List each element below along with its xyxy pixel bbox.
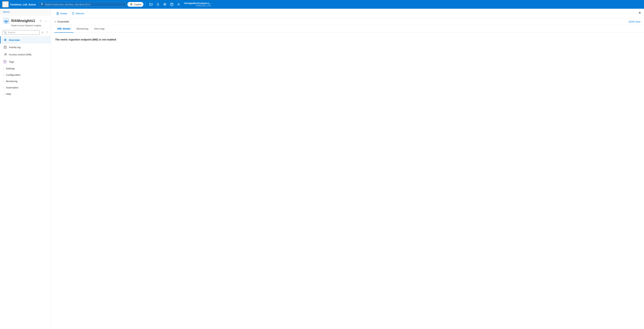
user-account[interactable]: chrisqpublic@contoso.c... CONTOSO, LTD.: [184, 2, 211, 7]
top-nav-icon-group: ?: [148, 2, 182, 7]
overview-label: Overview: [9, 39, 48, 42]
svg-point-13: [8, 21, 8, 22]
essentials-label: Essentials: [58, 20, 69, 23]
sidebar-item-monitoring[interactable]: › Monitoring: [0, 78, 51, 84]
copilot-label: Copilot: [134, 3, 141, 6]
sidebar-nav: Overview Activity log: [0, 36, 51, 97]
favorite-star-button[interactable]: ☆: [39, 19, 42, 23]
activity-log-icon: [4, 46, 7, 49]
hamburger-menu-button[interactable]: ☰: [2, 1, 9, 8]
user-org: CONTOSO, LTD.: [184, 4, 211, 7]
sidebar-search-box: 🔍: [2, 30, 40, 35]
copilot-icon: [130, 3, 133, 6]
svg-rect-28: [57, 12, 58, 12]
svg-rect-5: [150, 3, 152, 6]
person-icon: [177, 3, 180, 6]
close-button[interactable]: ✕: [638, 11, 641, 15]
svg-point-26: [4, 61, 5, 62]
json-view-link[interactable]: JSON View: [628, 20, 640, 23]
monitoring-label: Monitoring: [6, 80, 48, 82]
settings-button[interactable]: [162, 2, 168, 7]
gear-icon: [163, 3, 166, 6]
tags-icon: [4, 60, 7, 64]
copilot-button[interactable]: Copilot: [128, 2, 144, 7]
feedback-button[interactable]: [176, 2, 182, 7]
svg-point-4: [131, 3, 132, 4]
sidebar-item-access-control[interactable]: Access control (IAM): [0, 51, 51, 58]
content-tabs: MIE details Monitoring Geo map: [51, 25, 644, 33]
svg-point-8: [178, 3, 179, 4]
home-link[interactable]: Home: [3, 10, 9, 13]
help-label: Help: [6, 92, 48, 95]
configuration-label: Configuration: [6, 74, 48, 76]
overview-icon: [4, 38, 7, 42]
access-control-icon: [4, 53, 7, 56]
svg-point-12: [4, 21, 4, 22]
svg-point-7: [164, 4, 165, 5]
user-name: chrisqpublic@contoso.c...: [184, 2, 211, 4]
resource-subtitle: Radio Access Network Insights: [11, 24, 48, 27]
access-control-label: Access control (IAM): [9, 53, 48, 56]
breadcrumb-chevron: ›: [10, 11, 11, 13]
question-icon: ?: [170, 3, 173, 6]
sidebar-item-activity-log[interactable]: Activity log: [0, 44, 51, 51]
settings-label: Settings: [6, 67, 48, 70]
essentials-chevron: ∨: [54, 20, 56, 23]
automation-label: Automation: [6, 86, 48, 89]
tab-geo-map[interactable]: Geo map: [91, 25, 108, 33]
monitoring-chevron: ›: [4, 80, 4, 82]
resource-icon: [3, 18, 10, 24]
search-icon: 🔍: [41, 3, 44, 6]
settings-chevron: ›: [4, 68, 4, 70]
help-button[interactable]: ?: [168, 2, 175, 7]
svg-point-3: [131, 4, 132, 6]
ran-insights-icon: [3, 18, 10, 24]
delete-button[interactable]: Delete: [54, 11, 69, 16]
sidebar-search-area: 🔍 ◇ 《: [0, 28, 51, 36]
sidebar: Home ›: [0, 9, 51, 329]
resource-header: RANInsights1 ☆ … Radio Access Network In…: [0, 15, 51, 28]
top-navigation: ☰ Contoso, Ltd. Azure 🔍 Copilot: [0, 0, 644, 9]
breadcrumb: Home ›: [0, 9, 51, 15]
more-options-button[interactable]: …: [44, 19, 48, 23]
sidebar-action-buttons: ◇ 《: [41, 30, 48, 35]
sidebar-item-configuration[interactable]: › Configuration: [0, 72, 51, 78]
bell-icon: [156, 3, 160, 6]
delete-icon: [56, 12, 59, 15]
resource-name: RANInsights1: [11, 19, 37, 23]
sidebar-item-tags[interactable]: Tags: [0, 58, 51, 65]
global-search-input[interactable]: [45, 3, 124, 6]
automation-chevron: ›: [4, 86, 4, 89]
filter-button[interactable]: ◇: [41, 30, 44, 35]
sidebar-item-settings[interactable]: › Settings: [0, 65, 51, 72]
sidebar-item-help[interactable]: › Help: [0, 91, 51, 97]
tab-monitoring[interactable]: Monitoring: [74, 25, 91, 33]
sidebar-item-automation[interactable]: › Automation: [0, 84, 51, 91]
activity-log-label: Activity log: [9, 46, 48, 49]
terminal-icon: [150, 3, 153, 6]
configuration-chevron: ›: [4, 74, 4, 76]
main-container: Home ›: [0, 9, 644, 329]
mie-disabled-message: The metric ingestion endpoint (MIE) is n…: [55, 38, 640, 41]
delete-label: Delete: [60, 12, 67, 15]
refresh-icon: [72, 12, 74, 15]
tab-mie-details[interactable]: MIE details: [54, 25, 74, 33]
search-icon: 🔍: [4, 31, 7, 34]
portal-title: Contoso, Ltd. Azure: [10, 3, 36, 6]
toolbar: Delete Refresh: [51, 9, 644, 18]
tags-label: Tags: [9, 60, 48, 63]
refresh-button[interactable]: Refresh: [70, 11, 86, 16]
notifications-button[interactable]: [155, 2, 161, 7]
content-body: The metric ingestion endpoint (MIE) is n…: [51, 33, 644, 329]
sidebar-search-input[interactable]: [8, 31, 38, 34]
collapse-button[interactable]: 《: [44, 30, 48, 35]
cloud-shell-button[interactable]: [148, 2, 154, 7]
svg-point-15: [5, 40, 6, 40]
global-search-box: 🔍: [39, 2, 126, 7]
help-chevron: ›: [4, 93, 4, 95]
essentials-left: ∨ Essentials: [54, 20, 69, 23]
essentials-bar: ∨ Essentials JSON View: [51, 18, 644, 25]
svg-point-25: [6, 54, 6, 54]
sidebar-item-overview[interactable]: Overview: [0, 36, 51, 44]
refresh-label: Refresh: [76, 12, 84, 15]
